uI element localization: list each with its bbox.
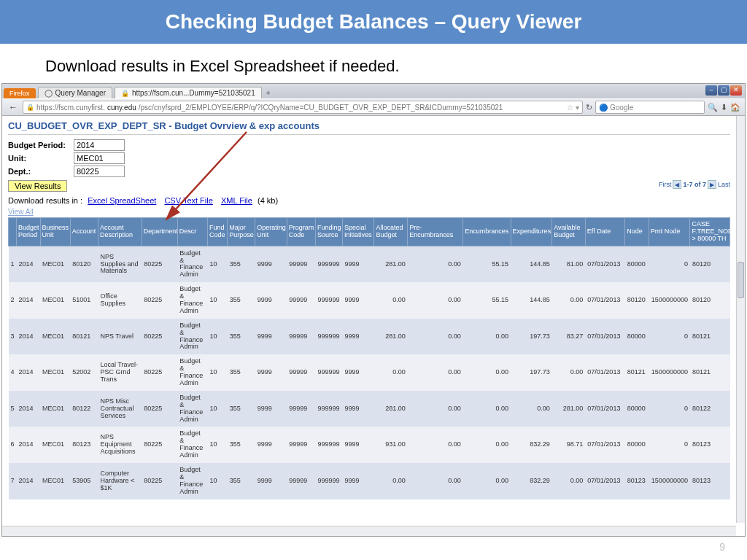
url-input[interactable]: 🔒 https://fscm.cunyfirst.cuny.edu/psc/cn… [23, 101, 583, 114]
column-header[interactable]: Account [70, 218, 98, 246]
column-header[interactable]: Allocated Budget [374, 218, 408, 246]
row-num-header [9, 218, 17, 246]
budget-period-input[interactable] [74, 139, 125, 151]
view-all-link[interactable]: View All [8, 206, 730, 217]
cell: 10 [208, 427, 228, 463]
cell: 2 [9, 282, 17, 319]
query-params: Budget Period: Unit: Dept.: View Results [8, 139, 730, 192]
cell: 999999 [315, 391, 342, 427]
column-header[interactable]: Available Budget [552, 218, 586, 246]
table-row: 72014MEC0153905Computer Hardware < $1K80… [9, 463, 730, 499]
column-header[interactable]: Major Purpose [228, 218, 255, 246]
column-header[interactable]: Budget Period [16, 218, 40, 246]
cell: 355 [228, 463, 255, 499]
cell: 0 [649, 246, 690, 282]
cell: MEC01 [40, 354, 70, 391]
cell: 81.00 [552, 246, 586, 282]
cell: 80225 [142, 354, 177, 391]
close-button[interactable]: ✕ [730, 85, 742, 96]
minimize-button[interactable]: – [705, 85, 717, 96]
column-header[interactable]: Department [142, 218, 177, 246]
search-icon[interactable]: 🔍 [708, 103, 718, 112]
column-header[interactable]: Descr [177, 218, 207, 246]
download-csv-link[interactable]: CSV Text File [164, 196, 212, 205]
column-header[interactable]: Expenditures [511, 218, 552, 246]
cell: 7 [9, 463, 17, 499]
tab-active[interactable]: 🔒https://fscm.cun...Dummy=521035021 [115, 87, 262, 98]
vertical-scrollbar[interactable] [736, 116, 745, 523]
cell: 99999 [287, 427, 315, 463]
maximize-button[interactable]: ▢ [718, 85, 729, 96]
paging-last[interactable]: Last [718, 181, 730, 188]
download-excel-link[interactable]: Excel SpreadSheet [88, 196, 156, 205]
cell: 999999 [315, 354, 342, 391]
search-input[interactable]: 🔵Google [595, 101, 705, 114]
cell: 0.00 [374, 463, 408, 499]
table-row: 12014MEC0180120NPS Supplies and Material… [9, 246, 730, 282]
cell: 98.71 [552, 427, 586, 463]
cell: 144.85 [511, 246, 552, 282]
cell: 80123 [690, 463, 730, 499]
cell: 9999 [342, 246, 374, 282]
cell: 9999 [342, 391, 374, 427]
cell: Computer Hardware < $1K [98, 463, 142, 499]
column-header[interactable]: Operating Unit [255, 218, 287, 246]
cell: 99999 [287, 354, 315, 391]
cell: 0 [649, 391, 690, 427]
paging-next-icon[interactable]: ▶ [708, 180, 716, 189]
column-header[interactable]: Fund Code [208, 218, 228, 246]
download-label: Download results in : [8, 196, 82, 205]
tab-query-manager[interactable]: ◯Query Manager [38, 87, 112, 98]
column-header[interactable]: Node [625, 218, 649, 246]
paging-first[interactable]: First [659, 181, 672, 188]
column-header[interactable]: Funding Source [315, 218, 342, 246]
column-header[interactable]: Special Initiatives [342, 218, 374, 246]
firefox-menu-button[interactable]: Firefox [4, 88, 36, 98]
cell: 51001 [70, 282, 98, 319]
url-text: https://fscm.cunyfirst. [36, 104, 105, 112]
cell: 80122 [70, 391, 98, 427]
cell: 4 [9, 354, 17, 391]
cell: 281.00 [374, 391, 408, 427]
column-header[interactable]: Pre-Encumbrances [408, 218, 463, 246]
back-button[interactable]: ← [7, 101, 20, 114]
view-results-button[interactable]: View Results [8, 180, 67, 192]
cell: 9999 [255, 282, 287, 319]
cell: 9999 [255, 354, 287, 391]
paging-prev-icon[interactable]: ◀ [673, 180, 681, 189]
column-header[interactable]: Eff Date [585, 218, 624, 246]
cell: MEC01 [40, 282, 70, 319]
cell: 10 [208, 354, 228, 391]
cell: 0.00 [408, 319, 463, 355]
cell: 80225 [142, 463, 177, 499]
cell: 0.00 [463, 391, 511, 427]
cell: 2014 [16, 354, 40, 391]
cell: 0.00 [408, 391, 463, 427]
column-header[interactable]: CASE F.TREE_NODE > 80000 TH [690, 218, 730, 246]
cell: 832.29 [511, 427, 552, 463]
cell: 0.00 [408, 463, 463, 499]
address-toolbar: ← 🔒 https://fscm.cunyfirst.cuny.edu/psc/… [2, 98, 745, 116]
cell: 3 [9, 319, 17, 355]
cell: 5 [9, 391, 17, 427]
horizontal-scrollbar[interactable] [2, 526, 736, 536]
column-header[interactable]: Business Unit [40, 218, 70, 246]
column-header[interactable]: Account Description [98, 218, 142, 246]
column-header[interactable]: Prnt Node [649, 218, 690, 246]
downloads-icon[interactable]: ⬇ [721, 103, 727, 112]
star-icon[interactable]: ☆ ▾ [567, 104, 579, 112]
column-header[interactable]: Program Code [287, 218, 315, 246]
cell: 9999 [342, 427, 374, 463]
cell: 197.73 [511, 354, 552, 391]
download-xml-link[interactable]: XML File [221, 196, 252, 205]
cell: 2014 [16, 391, 40, 427]
cell: 999999 [315, 319, 342, 355]
dept-input[interactable] [74, 166, 125, 177]
reload-icon[interactable]: ↻ [586, 103, 592, 112]
new-tab-button[interactable]: + [262, 88, 275, 98]
column-header[interactable]: Encumbrances [463, 218, 511, 246]
home-icon[interactable]: 🏠 [730, 103, 740, 112]
query-title: CU_BUDGET_OVR_EXP_DEPT_SR - Budget Ovrvi… [8, 119, 730, 135]
unit-label: Unit: [8, 154, 74, 163]
unit-input[interactable] [74, 152, 125, 164]
